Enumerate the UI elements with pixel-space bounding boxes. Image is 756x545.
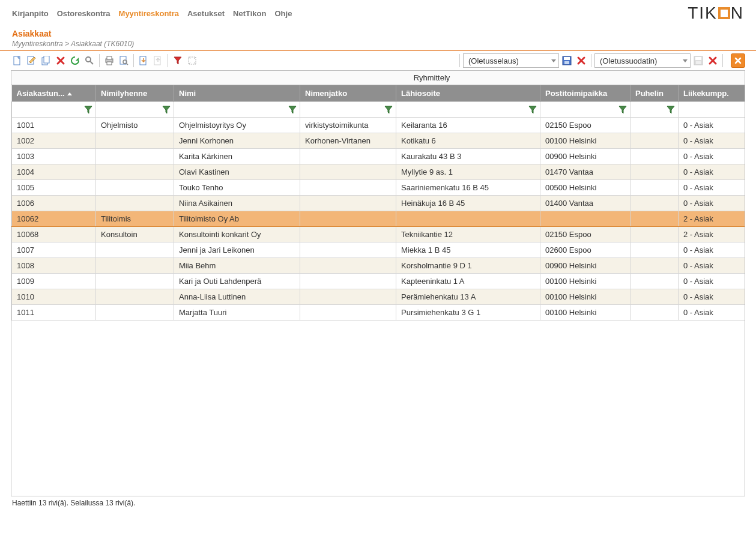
column-filter-cell[interactable]	[96, 102, 174, 118]
table-cell: 00100 Helsinki	[540, 133, 631, 149]
print-icon[interactable]	[103, 54, 116, 67]
refresh-icon[interactable]	[68, 54, 82, 67]
table-row[interactable]: 1008Miia BehmKorsholmantie 9 D 100900 He…	[12, 258, 746, 274]
table-cell: 0 - Asiak	[679, 196, 746, 211]
table-cell	[300, 258, 396, 274]
table-row[interactable]: 1009Kari ja Outi LahdenperäKapteeninkatu…	[12, 274, 746, 289]
table-row[interactable]: 1006Niina AsikainenHeinäkuja 16 B 450140…	[12, 196, 746, 211]
table-cell: 00900 Helsinki	[540, 149, 631, 164]
table-row[interactable]: 1011Marjatta TuuriPursimiehenkatu 3 G 10…	[12, 305, 746, 321]
table-row[interactable]: 10062TilitoimisTilitoimisto Oy Ab2 - Asi…	[12, 211, 746, 227]
menu-item-ostoreskontra[interactable]: Ostoreskontra	[57, 7, 110, 20]
column-header[interactable]: Lähiosoite	[396, 85, 540, 102]
column-filter-cell[interactable]	[679, 102, 746, 118]
table-cell	[96, 164, 174, 180]
column-filter-cell[interactable]	[12, 102, 96, 118]
column-filter-cell[interactable]	[174, 102, 300, 118]
svg-rect-3	[44, 56, 49, 63]
column-header[interactable]: Nimilyhenne	[96, 85, 174, 102]
column-filter-cell[interactable]	[396, 102, 540, 118]
export-icon[interactable]	[137, 54, 150, 67]
table-cell: Touko Tenho	[174, 180, 300, 196]
toolbar-left	[11, 54, 199, 67]
table-row[interactable]: 1010Anna-Liisa LuttinenPerämiehenkatu 13…	[12, 289, 746, 305]
table-cell: Perämiehenkatu 13 A	[396, 289, 540, 305]
table-row[interactable]: 1004Olavi KastinenMyllytie 9 as. 101470 …	[12, 164, 746, 180]
filter-combo-value: (Oletussuodatin)	[600, 56, 657, 65]
menu-item-ohje[interactable]: Ohje	[275, 7, 292, 20]
table-cell	[96, 305, 174, 321]
column-header[interactable]: Puhelin	[631, 85, 679, 102]
funnel-icon[interactable]	[288, 105, 297, 116]
funnel-icon[interactable]	[384, 105, 393, 116]
table-cell	[631, 133, 679, 149]
table-cell: Ohjelmisto	[96, 118, 174, 133]
svg-rect-19	[695, 57, 701, 60]
delete-browse-icon[interactable]	[575, 54, 588, 67]
funnel-icon[interactable]	[162, 105, 171, 116]
table-row[interactable]: 1005Touko TenhoSaariniemenkatu 16 B 4500…	[12, 180, 746, 196]
column-filter-cell[interactable]	[300, 102, 396, 118]
column-header[interactable]: Liikekumpp.	[679, 85, 746, 102]
browse-combo[interactable]: (Oletusselaus)	[463, 53, 559, 68]
table-row[interactable]: 1001OhjelmistoOhjelmistoyritys Oyvirkist…	[12, 118, 746, 133]
table-cell: Kapteeninkatu 1 A	[396, 274, 540, 289]
menu-item-asetukset[interactable]: Asetukset	[187, 7, 225, 20]
print-preview-icon[interactable]	[117, 54, 130, 67]
data-grid[interactable]: Ryhmittely Asiakastun...NimilyhenneNimiN…	[11, 70, 745, 496]
table-cell: Kari ja Outi Lahdenperä	[174, 274, 300, 289]
table-row[interactable]: 10068KonsultoinKonsultointi konkarit OyT…	[12, 227, 746, 242]
table-cell	[631, 274, 679, 289]
table-cell: 0 - Asiak	[679, 289, 746, 305]
table-cell: 0 - Asiak	[679, 149, 746, 164]
group-header[interactable]: Ryhmittely	[11, 71, 745, 85]
table-row[interactable]: 1007Jenni ja Jari LeikonenMiekka 1 B 450…	[12, 242, 746, 258]
svg-line-5	[90, 61, 93, 64]
column-filter-cell[interactable]	[631, 102, 679, 118]
search-icon[interactable]	[83, 54, 96, 67]
copy-icon[interactable]	[40, 54, 53, 67]
table-cell	[396, 211, 540, 227]
table-cell	[631, 180, 679, 196]
delete-filter-icon[interactable]	[706, 54, 719, 67]
new-icon[interactable]	[11, 54, 24, 67]
column-header[interactable]: Postitoimipaikka	[540, 85, 631, 102]
table-cell: 1010	[12, 289, 96, 305]
table-cell: Ohjelmistoyritys Oy	[174, 118, 300, 133]
table-cell: 00100 Helsinki	[540, 289, 631, 305]
column-filter-cell[interactable]	[540, 102, 631, 118]
toolbar-right: (Oletusselaus) (Oletussuodatin)	[458, 53, 745, 68]
table-cell: Marjatta Tuuri	[174, 305, 300, 321]
funnel-icon[interactable]	[528, 105, 537, 116]
close-button[interactable]	[731, 53, 745, 68]
column-header[interactable]: Asiakastun...	[12, 85, 96, 102]
funnel-icon[interactable]	[618, 105, 627, 116]
funnel-icon[interactable]	[83, 105, 93, 116]
table-cell	[96, 274, 174, 289]
edit-icon[interactable]	[25, 54, 38, 67]
table-cell: 1005	[12, 180, 96, 196]
column-header[interactable]: Nimi	[174, 85, 300, 102]
table-cell: Korsholmantie 9 D 1	[396, 258, 540, 274]
breadcrumb: Myyntireskontra > Asiakkaat (TK6010)	[0, 40, 756, 51]
save-filter-icon[interactable]	[692, 54, 705, 67]
import-icon[interactable]	[151, 54, 165, 67]
chevron-down-icon	[683, 59, 688, 62]
funnel-icon[interactable]	[666, 105, 676, 116]
table-cell	[300, 211, 396, 227]
menu-item-myyntireskontra[interactable]: Myyntireskontra	[119, 7, 179, 20]
filter-combo[interactable]: (Oletussuodatin)	[594, 53, 691, 68]
table-row[interactable]: 1003Karita KärkinenKaurakatu 43 B 300900…	[12, 149, 746, 164]
expand-icon[interactable]	[186, 54, 199, 67]
filter-funnel-icon[interactable]	[171, 54, 184, 67]
menu-item-kirjanpito[interactable]: Kirjanpito	[12, 7, 49, 20]
save-browse-icon[interactable]	[560, 54, 573, 67]
delete-icon[interactable]	[54, 54, 67, 67]
menu-item-nettikon[interactable]: NetTikon	[233, 7, 266, 20]
table-cell	[300, 305, 396, 321]
table-cell: 00100 Helsinki	[540, 274, 631, 289]
svg-rect-20	[696, 61, 701, 64]
table-row[interactable]: 1002Jenni KorhonenKorhonen-VirtanenKotik…	[12, 133, 746, 149]
table-cell: 0 - Asiak	[679, 133, 746, 149]
column-header[interactable]: Nimenjatko	[300, 85, 396, 102]
